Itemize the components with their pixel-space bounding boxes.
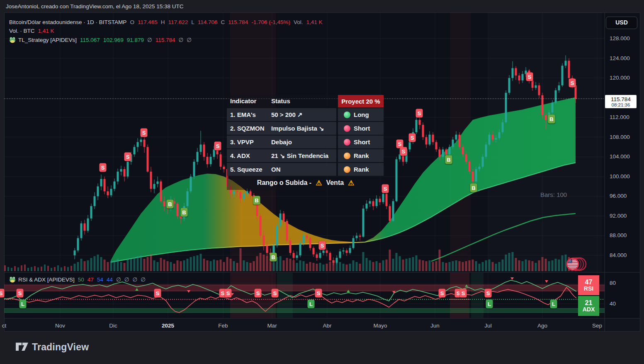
legend-value: 115.067 xyxy=(80,37,100,43)
rsi-tick-label: 40 xyxy=(610,301,616,307)
legend-value: TL_Strategy [APIDEVs] xyxy=(18,37,77,43)
current-price-label: 115.784 08:21:36 xyxy=(605,95,637,108)
rsi-long-badge: L xyxy=(308,300,315,308)
volume-legend-row[interactable]: Vol. · BTC1,41 K xyxy=(9,28,58,34)
rsi-value-box: 47 RSI xyxy=(578,275,599,295)
signal-dot-orange xyxy=(344,166,350,173)
legend-value: L xyxy=(191,19,194,25)
indicator-name: 4. ADX xyxy=(230,152,250,159)
sell-signal-badge: S xyxy=(409,133,416,142)
adx-value: 21 xyxy=(578,299,599,307)
price-tick-label: 104.000 xyxy=(610,153,630,160)
table-row: 1. EMA's50 > 200 ↗Long xyxy=(227,108,384,121)
rsi-long-badge: L xyxy=(486,300,493,308)
indicator-name: 5. Squeeze xyxy=(230,166,262,173)
tradingview-logo-text: TradingView xyxy=(32,342,89,353)
signal-label: Rank xyxy=(354,152,369,159)
legend-value: C xyxy=(221,19,225,25)
sell-signal-badge: S xyxy=(400,147,407,156)
legend-value: ∅ xyxy=(116,276,121,283)
tradingview-logo-icon xyxy=(16,342,28,352)
tradingview-logo[interactable]: TradingView xyxy=(16,342,89,353)
row-signal-box: Long xyxy=(338,108,384,121)
legend-value: ∅ xyxy=(187,36,192,43)
signal-label: Short xyxy=(354,138,370,146)
legend-value: 44 xyxy=(107,277,113,283)
legend-value: Bitcoin/Dólar estadounidense · 1D · BITS… xyxy=(9,19,126,25)
table-row: 4. ADX21 ↘ Sin TendenciaRank xyxy=(227,149,384,162)
legend-value: 1,41 K xyxy=(38,28,54,34)
rsi-long-badge: L xyxy=(19,300,27,308)
row-left-box: 2. SQZMONImpulso Bajista ↘ xyxy=(227,122,336,135)
warning-icon: ⚠ xyxy=(348,179,354,187)
legend-value: 115.784 xyxy=(156,37,175,43)
row-left-box: 5. SqueezeON xyxy=(227,163,336,176)
col-status: Status xyxy=(271,97,290,104)
time-tick-label: ct xyxy=(2,323,7,329)
col-proyect-badge: Proyect 20 % xyxy=(338,95,384,107)
rsi-sell-badge: S xyxy=(460,289,467,298)
bars-counter: Bars: 100 xyxy=(540,191,567,198)
legend-value: 54 xyxy=(97,277,103,283)
legend-value: H xyxy=(161,19,165,25)
legend-value: 117.622 xyxy=(168,19,188,25)
time-tick-label: Abr xyxy=(323,323,331,329)
price-tick-label: 96.000 xyxy=(610,193,627,199)
legend-value: 50 xyxy=(78,277,84,283)
buy-signal-badge: B xyxy=(470,184,477,192)
row-signal-box: Rank xyxy=(338,163,384,176)
rsi-sell-badge: S xyxy=(255,289,262,298)
indicator-status: Impulso Bajista ↘ xyxy=(271,125,324,132)
time-tick-label: Mayo xyxy=(373,323,387,329)
current-price-value: 115.784 xyxy=(605,96,637,102)
strategy-legend-row[interactable]: TL_Strategy [APIDEVs]115.067102.96991.87… xyxy=(9,36,195,43)
indicator-status-table: Indicator Status Proyect 20 % 1. EMA's50… xyxy=(227,95,384,190)
table-row: 2. SQZMONImpulso Bajista ↘Short xyxy=(227,122,384,135)
signal-dot-green xyxy=(344,112,350,118)
time-tick-label: Nov xyxy=(55,323,65,329)
legend-value: RSI & ADX [APIDEVS] xyxy=(18,277,75,283)
rsi-adx-legend-row[interactable]: RSI & ADX [APIDEVS]50475444∅∅∅∅ xyxy=(9,276,149,283)
price-tick-label: 84.000 xyxy=(610,252,627,258)
tradingview-chart-snapshot: JoseAntonioL creado con TradingView.com,… xyxy=(0,0,644,364)
footer-text: Rango o Subida - xyxy=(257,179,312,187)
table-header: Indicator Status Proyect 20 % xyxy=(227,95,384,107)
buy-signal-badge: B xyxy=(548,115,555,124)
sell-signal-badge: S xyxy=(382,184,389,193)
symbol-legend-row[interactable]: Bitcoin/Dólar estadounidense · 1D · BITS… xyxy=(9,19,326,25)
warning-icon: ⚠ xyxy=(316,179,322,187)
price-tick-label: 100.000 xyxy=(610,173,630,180)
sell-signal-badge: S xyxy=(319,241,326,250)
legend-value: 114.706 xyxy=(198,19,218,25)
rsi-sell-badge: S xyxy=(485,289,492,298)
row-signal-box: Rank xyxy=(338,149,384,162)
col-indicator: Indicator xyxy=(230,97,256,104)
table-row: 5. SqueezeONRank xyxy=(227,163,384,176)
time-tick-label: Jul xyxy=(484,323,491,329)
legend-value: ∅ xyxy=(141,276,146,283)
time-axis[interactable]: ctNovDic2025FebMarAbrMayoJunJulAgoSep xyxy=(4,318,640,332)
table-row: 3. VPVPDebajoShort xyxy=(227,136,384,148)
rsi-sell-badge: S xyxy=(0,289,5,298)
price-axis[interactable]: 128.000124.000120.000112.000108.000104.0… xyxy=(605,12,640,318)
attribution-text: JoseAntonioL creado con TradingView.com,… xyxy=(6,3,184,10)
row-signal-box: Short xyxy=(338,122,384,135)
buy-signal-badge: B xyxy=(253,196,260,205)
sell-signal-badge: S xyxy=(214,142,221,150)
rsi-tick-label: 80 xyxy=(610,280,616,286)
price-tick-label: 108.000 xyxy=(610,134,630,140)
bar-countdown: 08:21:36 xyxy=(605,102,637,107)
rsi-label: RSI xyxy=(578,286,599,292)
legend-value: ∅ xyxy=(147,36,152,43)
signal-label: Long xyxy=(354,111,369,118)
legend-value: Vol. xyxy=(294,19,303,25)
row-left-box: 1. EMA's50 > 200 ↗ xyxy=(227,108,336,121)
rsi-sell-badge: S xyxy=(154,289,161,298)
frog-icon xyxy=(9,36,16,43)
sell-signal-badge: S xyxy=(124,153,131,161)
time-tick-label: Mar xyxy=(267,323,277,329)
row-left-box: 3. VPVPDebajo xyxy=(227,136,336,148)
signal-dot-red xyxy=(344,125,350,132)
adx-label: ADX xyxy=(578,306,599,313)
buy-signal-badge: B xyxy=(270,253,277,262)
